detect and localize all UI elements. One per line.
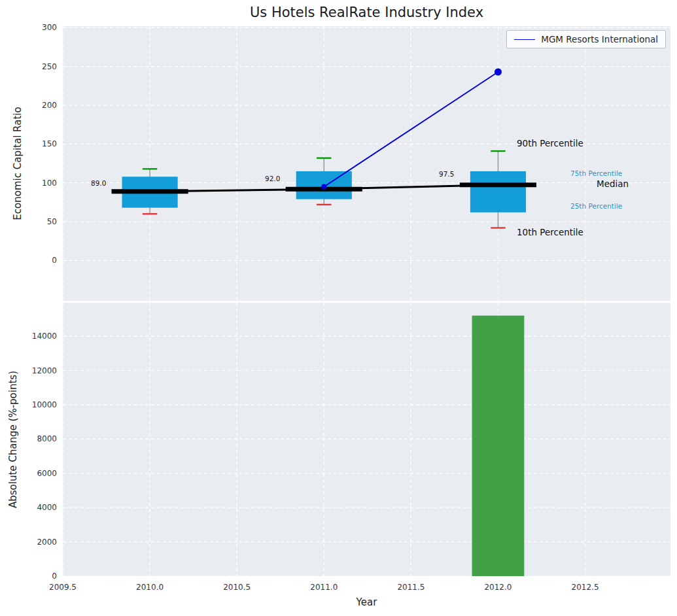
iqr-box — [470, 171, 526, 213]
annotation-75th-percentile: 75th Percentile — [570, 169, 622, 177]
figure: 0501001502002503000200040006000800010000… — [0, 0, 677, 616]
tick-label: 2009.5 — [49, 583, 77, 592]
tick-label: 10000 — [32, 400, 57, 409]
tick-label: 2010.0 — [136, 583, 164, 592]
tick-label: 250 — [42, 62, 57, 71]
tick-label: 100 — [42, 179, 57, 188]
mgm-series-marker-end — [495, 69, 502, 76]
annotation-10th-percentile: 10th Percentile — [517, 227, 583, 237]
bottom-y-axis-label: Absolute Change (%-points) — [7, 371, 19, 508]
tick-label: 150 — [42, 139, 57, 148]
legend: MGM Resorts International — [506, 30, 666, 48]
top-y-axis-label: Economic Capital Ratio — [12, 107, 24, 220]
tick-label: 14000 — [32, 332, 57, 341]
tick-label: 0 — [52, 256, 57, 265]
annotation-90th-percentile: 90th Percentile — [517, 138, 583, 148]
chart-title: Us Hotels RealRate Industry Index — [63, 5, 670, 20]
tick-label: 50 — [47, 217, 57, 226]
median-value-label-2012: 97.5 — [439, 170, 454, 178]
tick-label: 12000 — [32, 366, 57, 375]
annotation-25th-percentile: 25th Percentile — [570, 202, 622, 210]
legend-line-sample — [514, 39, 535, 40]
change-bar — [472, 316, 525, 576]
tick-label: 2011.0 — [310, 583, 338, 592]
tick-label: 2000 — [37, 538, 57, 547]
tick-label: 2011.5 — [397, 583, 425, 592]
top-plot-background — [63, 26, 670, 301]
annotation-median: Median — [597, 179, 629, 189]
tick-label: 200 — [42, 101, 57, 110]
mgm-series-marker-start — [321, 184, 326, 190]
tick-label: 2010.5 — [223, 583, 251, 592]
tick-label: 2012.5 — [572, 583, 599, 592]
median-value-label-2011: 92.0 — [265, 175, 280, 182]
chart-canvas: 0501001502002503000200040006000800010000… — [0, 0, 677, 616]
x-axis-label: Year — [63, 596, 670, 608]
tick-label: 0 — [52, 572, 57, 581]
tick-label: 300 — [42, 23, 57, 32]
tick-label: 8000 — [37, 434, 57, 443]
bottom-plot-background — [63, 303, 670, 576]
tick-label: 4000 — [37, 503, 57, 512]
tick-label: 6000 — [37, 469, 57, 478]
median-value-label-2010: 89.0 — [91, 179, 106, 187]
tick-label: 2012.0 — [484, 583, 512, 592]
legend-series-label: MGM Resorts International — [541, 34, 658, 44]
